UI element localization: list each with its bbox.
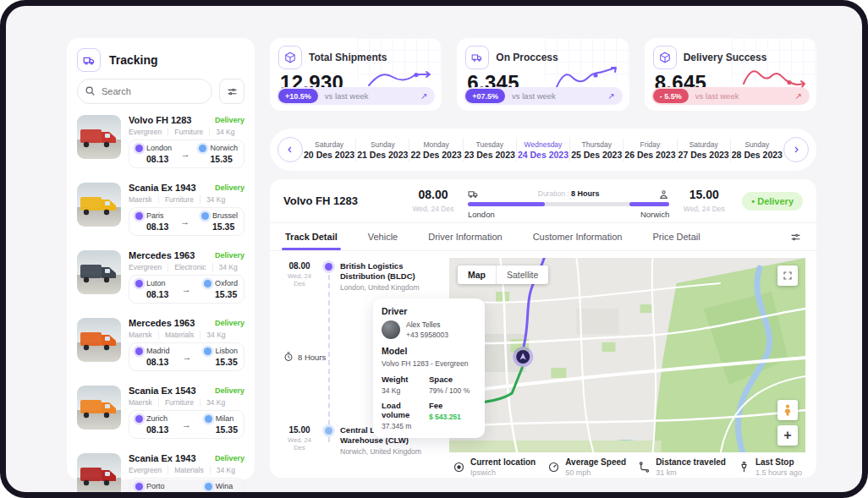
trip-stats-bar: Current locationIpswich Average Speed50 …	[449, 455, 805, 479]
arrow-right-icon: →	[180, 284, 193, 294]
delivery-status-badge: Delivery	[742, 192, 803, 211]
destination-dot	[204, 348, 212, 355]
date-cell[interactable]: Wednesday 24 Des 2023	[516, 139, 569, 161]
origin-city: Porto	[146, 482, 165, 490]
shipment-meta: Evergreen Furniture 34 Kg	[129, 128, 244, 136]
trend-arrow-icon[interactable]: ↗	[607, 91, 614, 101]
date-selector-bar: Saturday 20 Des 2023 Sunday 21 Des 2023 …	[270, 129, 816, 171]
search-input[interactable]	[77, 79, 212, 104]
shipment-status-badge: Delivery	[215, 386, 244, 395]
origin-facility: British Logistics Distribution (BLDC)	[340, 261, 448, 282]
trend-badge: +10.5%	[278, 89, 318, 103]
distance-traveled-stat: Distance traveled31 km	[638, 457, 726, 477]
shipment-vehicle-name: Volvo FH 1283	[129, 115, 191, 125]
fullscreen-button[interactable]	[777, 265, 798, 286]
date-cell[interactable]: Saturday 27 Des 2023	[677, 139, 730, 161]
origin-dot	[135, 145, 143, 152]
sliders-icon	[227, 86, 238, 97]
destination-dot	[199, 145, 206, 152]
trend-badge: - 5.5%	[653, 89, 689, 103]
pegman-button[interactable]	[777, 400, 798, 420]
date-cell[interactable]: Sunday 21 Des 2023	[355, 139, 409, 161]
date-cell[interactable]: Monday 22 Des 2023	[409, 139, 462, 161]
date-cell[interactable]: Sunday 28 Des 2023	[730, 139, 783, 161]
depart-date: Wed, 24 Des	[409, 205, 458, 213]
tab[interactable]: Track Detail	[285, 223, 338, 250]
origin-city: Luton	[146, 279, 166, 287]
tracking-sidebar: Tracking	[67, 38, 255, 479]
filter-button[interactable]	[219, 79, 244, 104]
truck-icon	[77, 48, 101, 72]
arrive-time: 15.00	[679, 188, 728, 201]
truck-photo	[77, 318, 121, 362]
satellite-button[interactable]: Satellite	[497, 265, 548, 284]
fullscreen-icon	[783, 271, 793, 281]
stat-card-delivery-success: Delivery Success 8.645 - 5.5% vs last we…	[645, 38, 816, 111]
date-cell[interactable]: Thursday 25 Des 2023	[569, 139, 623, 161]
origin-dot	[135, 348, 143, 355]
origin-city: Zurich	[146, 414, 168, 423]
shipment-meta: Evergreen Materials 34 Kg	[129, 466, 244, 474]
tab[interactable]: Driver Information	[428, 223, 502, 250]
clock-icon	[283, 352, 294, 362]
arrive-date: Wed, 24 Des	[679, 205, 728, 213]
origin-dot	[135, 415, 143, 423]
sliders-icon	[790, 232, 801, 243]
timeline-dashed-line	[328, 275, 330, 442]
tab[interactable]: Price Detail	[652, 223, 700, 250]
shipment-list-item[interactable]: Mercedes 1963 Delivery Evergreen Electro…	[77, 243, 244, 310]
shipment-list-item[interactable]: Scania Ex 1943 Delivery Maersk Furniture…	[77, 175, 244, 243]
origin-dot	[135, 483, 143, 490]
last-stop-stat: Last Stop1.5 hours ago	[738, 457, 802, 477]
truck-icon	[465, 46, 489, 69]
driver-phone: +43 5958003	[406, 331, 448, 339]
origin-city: Paris	[146, 211, 164, 220]
trip-progress-bar	[468, 202, 669, 206]
origin-city: London	[146, 144, 172, 152]
origin-dot	[325, 263, 332, 271]
search-box	[77, 79, 212, 104]
shipment-vehicle-name: Scania Ex 1943	[129, 183, 196, 193]
destination-time: 15.35	[216, 492, 238, 498]
origin-city-label: London	[468, 210, 495, 219]
average-speed-stat: Average Speed50 mph	[547, 457, 626, 477]
detail-tabs: Track DetailVehicleDriver InformationCus…	[270, 223, 816, 251]
shipment-status-badge: Delivery	[215, 251, 244, 260]
map-button[interactable]: Map	[458, 265, 497, 284]
driver-avatar	[382, 320, 400, 339]
arrow-right-icon: →	[179, 149, 192, 159]
dates-next-button[interactable]	[783, 137, 809, 162]
shipment-list-item[interactable]: Scania Ex 1543 Delivery Maersk Furniture…	[77, 378, 244, 446]
destination-city-label: Norwich	[640, 210, 669, 219]
fee-value: $ 543.251	[429, 413, 476, 421]
speedometer-icon	[547, 461, 560, 473]
shipment-meta: Maersk Furniture 34 Kg	[129, 398, 244, 407]
date-cell[interactable]: Saturday 20 Des 2023	[303, 139, 355, 161]
stat-title: Total Shipments	[309, 52, 387, 63]
shipment-route: London 08.13 → Norwich 15.35	[129, 140, 244, 168]
shipment-list-item[interactable]: Scania Ex 1943 Delivery Evergreen Materi…	[77, 446, 244, 498]
shipment-list-item[interactable]: Volvo FH 1283 Delivery Evergreen Furnitu…	[77, 107, 244, 175]
route-icon	[638, 461, 651, 473]
current-location-stat: Current locationIpswich	[453, 457, 536, 477]
origin-time: 08.13	[146, 357, 170, 367]
shipment-list-item[interactable]: Mercedes 1963 Delivery Maersk Materials …	[77, 310, 244, 378]
tab-options-button[interactable]	[790, 232, 801, 243]
trend-arrow-icon[interactable]: ↗	[420, 91, 427, 101]
tab[interactable]: Vehicle	[368, 223, 398, 250]
trend-arrow-icon[interactable]: ↗	[795, 91, 802, 101]
destination-dot	[204, 280, 212, 287]
sidebar-header: Tracking	[77, 47, 244, 79]
route-map[interactable]: Map Satellite +	[449, 258, 805, 452]
dates-prev-button[interactable]	[277, 137, 303, 162]
shipment-route: Porto 08.13 → Wina 15.35	[129, 478, 244, 498]
truck-photo	[77, 386, 121, 430]
date-cell[interactable]: Friday 26 Des 2023	[623, 139, 676, 161]
destination-time: 15.35	[212, 222, 238, 232]
zoom-in-button[interactable]: +	[777, 425, 798, 446]
date-cell[interactable]: Tuesday 23 Des 2023	[463, 139, 516, 161]
depart-time: 08.00	[409, 188, 458, 201]
origin-time: 08.13	[146, 154, 172, 164]
map-canvas	[449, 258, 805, 452]
tab[interactable]: Customer Information	[533, 223, 623, 250]
